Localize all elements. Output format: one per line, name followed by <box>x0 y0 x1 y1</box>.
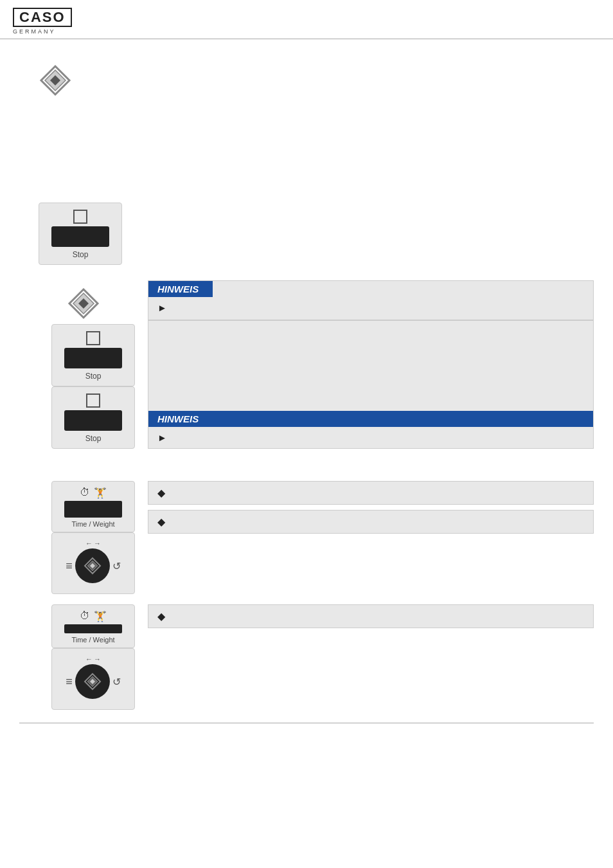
info-row-1: ◆ <box>148 481 594 505</box>
tw-ui-2: ⏱ 🏋 Time / Weight <box>51 604 135 648</box>
tw-label-1: Time / Weight <box>71 520 114 528</box>
stop-bar-2 <box>64 348 122 368</box>
tw-bar-1 <box>64 501 122 518</box>
stop-square-icon-2 <box>86 331 100 345</box>
tw-bar-2 <box>64 624 122 633</box>
stop-bar-3 <box>64 410 122 431</box>
weight-icon-1: 🏋 <box>94 487 107 499</box>
clock-icon-2: ⏱ <box>80 610 90 622</box>
stop-hinweis-block: Stop Stop HINWEIS ► <box>19 320 594 449</box>
arrow-left-1: ← <box>85 539 93 547</box>
stop-ui-1: Stop <box>39 203 122 265</box>
dial-side-icon-2: ↺ <box>112 676 121 688</box>
logo-subtext: GERMANY <box>13 28 56 35</box>
arrow-right-1: → <box>94 539 101 547</box>
dial-arrows-1: ← → <box>85 539 101 547</box>
dial-side-icon-1: ↺ <box>112 560 121 572</box>
tw-icons-2: ⏱ 🏋 <box>80 610 107 622</box>
tw-section-left-2: ⏱ 🏋 Time / Weight ← → ≡ <box>19 604 148 710</box>
stop-ui-2: Stop <box>51 324 135 386</box>
logo: CASO GERMANY <box>13 8 72 35</box>
hinweis-right-2: HINWEIS ► <box>148 320 594 449</box>
stop-section-1: Stop <box>19 203 594 265</box>
tw-section-2: ⏱ 🏋 Time / Weight ← → ≡ <box>19 604 594 710</box>
tw-label-2: Time / Weight <box>71 636 114 644</box>
dial-ui-2: ← → ≡ ↺ <box>51 648 135 710</box>
hinweis-bullet-1: ► <box>157 302 167 313</box>
diamond-bullet-3: ◆ <box>157 610 165 622</box>
clock-icon-1: ⏱ <box>80 487 90 499</box>
stop-label-3: Stop <box>85 434 102 443</box>
arrow-left-2: ← <box>85 655 93 663</box>
arrow-right-2: → <box>94 655 101 663</box>
tw-section-1: ⏱ 🏋 Time / Weight ← → ≡ <box>19 481 594 594</box>
hinweis-bullet-2: ► <box>157 432 167 443</box>
hinweis-title-1: HINWEIS <box>148 281 213 297</box>
dial-arrows-2: ← → <box>85 655 101 663</box>
intro-text-area <box>19 119 594 203</box>
page-header: CASO GERMANY <box>0 0 613 39</box>
weight-icon-2: 🏋 <box>94 610 107 622</box>
info-row-3: ◆ <box>148 604 594 628</box>
dial-row-2: ≡ ↺ <box>66 664 121 699</box>
hinweis-right-1: HINWEIS ► <box>148 280 594 320</box>
hinweis-left-1 <box>19 280 148 320</box>
diamond-bullet-2: ◆ <box>157 516 165 528</box>
stop-ui-3: Stop <box>51 386 135 449</box>
hinweis-block-1: HINWEIS ► <box>19 280 594 320</box>
dial-knob-1[interactable] <box>75 548 110 583</box>
tw-section-left-1: ⏱ 🏋 Time / Weight ← → ≡ <box>19 481 148 594</box>
spacer-r1 <box>148 505 594 510</box>
hinweis-title-2: HINWEIS <box>148 411 593 427</box>
page-bottom-line <box>19 723 594 723</box>
dial-menu-icon-1: ≡ <box>66 559 73 573</box>
hinweis-content-2: ► <box>148 427 593 448</box>
dial-menu-icon-2: ≡ <box>66 675 73 689</box>
dial-row-1: ≡ ↺ <box>66 548 121 583</box>
hinweis-nav-icon-1 <box>67 287 100 320</box>
tw-icons-1: ⏱ 🏋 <box>80 487 107 499</box>
dial-ui-1: ← → ≡ ↺ <box>51 532 135 594</box>
knob-diamond-icon-2 <box>84 673 102 691</box>
main-content: Stop HINWEIS ► Stop <box>0 39 613 743</box>
stop-square-icon-3 <box>86 393 100 408</box>
hinweis-content-1: ► <box>148 297 593 318</box>
spacer-1 <box>19 462 594 481</box>
dial-knob-2[interactable] <box>75 664 110 699</box>
stop-label-2: Stop <box>85 372 102 381</box>
info-row-2: ◆ <box>148 510 594 534</box>
diamond-bullet-1: ◆ <box>157 487 165 499</box>
stop-bar-1 <box>51 226 109 247</box>
nav-diamond-icon <box>39 64 72 97</box>
stop-label-1: Stop <box>73 250 89 259</box>
logo-text: CASO <box>13 8 72 27</box>
tw-ui-1: ⏱ 🏋 Time / Weight <box>51 481 135 532</box>
stop-hinweis-left: Stop Stop <box>19 320 148 449</box>
tw-section-right-1: ◆ ◆ <box>148 481 594 594</box>
tw-section-right-2: ◆ <box>148 604 594 710</box>
top-nav-icon-area <box>39 64 594 100</box>
stop-square-icon-1 <box>73 210 87 224</box>
knob-diamond-icon-1 <box>84 557 102 575</box>
